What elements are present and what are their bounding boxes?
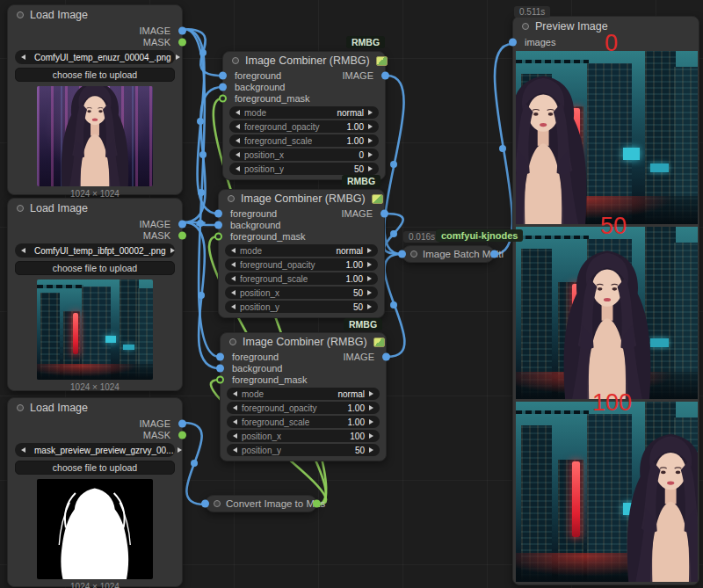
prev-arrow-icon[interactable] <box>233 405 237 410</box>
widget-foreground-opacity[interactable]: foreground_opacity 1.00 <box>229 120 379 133</box>
collapse-dot-icon[interactable] <box>17 11 24 18</box>
prev-arrow-icon[interactable] <box>231 290 236 295</box>
collapse-dot-icon[interactable] <box>214 500 221 507</box>
background-input-dot[interactable] <box>214 221 222 229</box>
input-slot-foreground[interactable]: foreground IMAGE <box>223 69 385 81</box>
preview-image-0[interactable] <box>516 51 698 224</box>
next-arrow-icon[interactable] <box>368 166 373 171</box>
node-title-bar[interactable]: Image Combiner (RMBG) <box>223 52 385 69</box>
prev-arrow-icon[interactable] <box>231 276 236 281</box>
prev-arrow-icon[interactable] <box>236 166 240 171</box>
collapse-dot-icon[interactable] <box>228 195 235 202</box>
widget-foreground-opacity[interactable]: foreground_opacity 1.00 <box>225 258 378 271</box>
image-combo-widget[interactable]: image ComfyUI_temp_enuzr_00004_.png <box>15 50 175 64</box>
widget-position-x[interactable]: position_x 100 <box>227 430 380 442</box>
next-arrow-icon[interactable] <box>176 54 180 60</box>
next-arrow-icon[interactable] <box>367 248 372 253</box>
widget-position-y[interactable]: position_y 50 <box>229 163 379 175</box>
foreground-input-dot[interactable] <box>219 71 227 79</box>
mask-output-dot[interactable] <box>178 38 186 46</box>
output-slot-mask[interactable]: MASK <box>8 36 182 47</box>
prev-arrow-icon[interactable] <box>236 138 240 143</box>
collapse-dot-icon[interactable] <box>522 23 529 30</box>
node-image-combiner-3[interactable]: Image Combiner (RMBG) foreground IMAGE b… <box>220 332 387 461</box>
choose-file-button[interactable]: choose file to upload <box>15 261 175 275</box>
next-arrow-icon[interactable] <box>368 124 373 129</box>
node-title-bar[interactable]: Load Image <box>8 398 182 417</box>
widget-mode[interactable]: mode normal <box>225 244 378 257</box>
collapse-dot-icon[interactable] <box>232 57 239 64</box>
preview-image-2[interactable] <box>516 402 698 582</box>
node-convert-image-to-mask[interactable]: Convert Image to Mas <box>205 495 317 512</box>
next-arrow-icon[interactable] <box>367 262 372 267</box>
widget-mode[interactable]: mode normal <box>227 388 380 400</box>
widget-position-y[interactable]: position_y 50 <box>227 444 380 456</box>
node-preview-image[interactable]: Preview Image images 0 50 100 <box>512 16 699 585</box>
input-slot-foreground-mask[interactable]: foreground_mask <box>221 374 386 385</box>
next-arrow-icon[interactable] <box>170 248 175 253</box>
widget-mode[interactable]: mode normal <box>229 106 379 119</box>
input-slot-foreground[interactable]: foreground IMAGE <box>221 351 386 362</box>
next-arrow-icon[interactable] <box>367 304 372 309</box>
next-arrow-icon[interactable] <box>367 276 372 281</box>
image-combo-widget[interactable]: image ComfyUI_temp_ibfpt_00002_.png <box>15 243 175 258</box>
prev-arrow-icon[interactable] <box>233 391 237 396</box>
node-image-combiner-2[interactable]: Image Combiner (RMBG) foreground IMAGE b… <box>218 189 385 318</box>
image-output-dot[interactable] <box>381 71 389 79</box>
next-arrow-icon[interactable] <box>368 110 373 115</box>
input-slot-background[interactable]: background <box>221 362 386 374</box>
background-input-dot[interactable] <box>219 83 227 91</box>
widget-foreground-scale[interactable]: foreground_scale 1.00 <box>229 134 379 147</box>
prev-arrow-icon[interactable] <box>21 54 25 60</box>
next-arrow-icon[interactable] <box>369 433 373 439</box>
next-arrow-icon[interactable] <box>368 152 373 157</box>
choose-file-button[interactable]: choose file to upload <box>15 68 175 82</box>
collapse-dot-icon[interactable] <box>17 404 24 411</box>
node-image-batch-multi[interactable]: Image Batch Multi <box>402 245 495 263</box>
image-output-dot[interactable] <box>382 352 390 360</box>
next-arrow-icon[interactable] <box>369 419 373 425</box>
preview-image-1[interactable] <box>516 227 698 399</box>
image-output-dot[interactable] <box>178 419 186 427</box>
widget-position-x[interactable]: position_x 0 <box>229 149 379 161</box>
next-arrow-icon[interactable] <box>368 138 373 143</box>
convert-input-dot[interactable] <box>201 500 209 508</box>
next-arrow-icon[interactable] <box>369 447 373 453</box>
foreground-mask-input-dot[interactable] <box>214 232 222 240</box>
batch-input-dot[interactable] <box>398 250 406 258</box>
input-slot-foreground-mask[interactable]: foreground_mask <box>219 230 384 242</box>
node-load-image-1[interactable]: Load Image IMAGE MASK image ComfyUI_temp… <box>7 4 183 195</box>
mask-output-dot[interactable] <box>178 231 186 239</box>
next-arrow-icon[interactable] <box>178 447 182 453</box>
image-output-dot[interactable] <box>178 26 186 34</box>
next-arrow-icon[interactable] <box>367 290 372 295</box>
output-slot-mask[interactable]: MASK <box>8 429 182 440</box>
choose-file-button[interactable]: choose file to upload <box>15 461 175 475</box>
widget-foreground-opacity[interactable]: foreground_opacity 1.00 <box>227 402 380 414</box>
widget-foreground-scale[interactable]: foreground_scale 1.00 <box>227 416 380 428</box>
node-title-bar[interactable]: Image Combiner (RMBG) <box>221 333 386 351</box>
prev-arrow-icon[interactable] <box>231 248 236 253</box>
prev-arrow-icon[interactable] <box>233 447 237 453</box>
prev-arrow-icon[interactable] <box>231 304 236 309</box>
node-title-bar[interactable]: Load Image <box>8 5 182 25</box>
prev-arrow-icon[interactable] <box>231 262 236 267</box>
widget-foreground-scale[interactable]: foreground_scale 1.00 <box>225 272 378 285</box>
prev-arrow-icon[interactable] <box>21 447 25 453</box>
input-slot-background[interactable]: background <box>219 219 384 230</box>
next-arrow-icon[interactable] <box>369 391 373 396</box>
node-load-image-2[interactable]: Load Image IMAGE MASK image ComfyUI_temp… <box>7 198 183 391</box>
prev-arrow-icon[interactable] <box>236 110 240 115</box>
input-slot-foreground-mask[interactable]: foreground_mask <box>223 92 385 104</box>
input-slot-foreground[interactable]: foreground IMAGE <box>219 207 384 219</box>
collapse-dot-icon[interactable] <box>229 338 236 345</box>
batch-output-dot[interactable] <box>490 250 498 258</box>
output-slot-image[interactable]: IMAGE <box>8 417 182 429</box>
image-output-dot[interactable] <box>178 220 186 228</box>
foreground-input-dot[interactable] <box>214 209 222 217</box>
output-slot-image[interactable]: IMAGE <box>8 25 182 36</box>
background-input-dot[interactable] <box>216 364 224 372</box>
node-graph-canvas[interactable]: Load Image IMAGE MASK image ComfyUI_temp… <box>0 0 703 588</box>
node-title-bar[interactable]: Load Image <box>8 199 182 218</box>
foreground-mask-input-dot[interactable] <box>216 375 224 383</box>
